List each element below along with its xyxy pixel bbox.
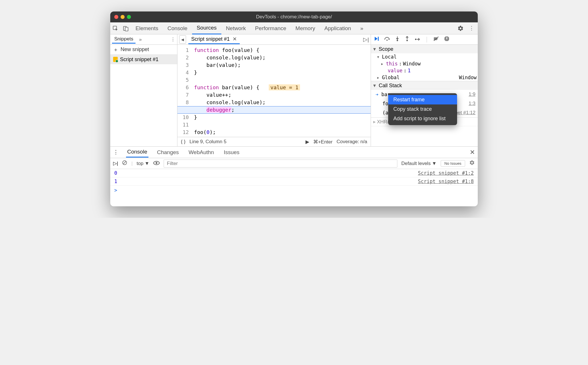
console-prompt[interactable]: > [110,186,478,195]
navigator-tab-snippets[interactable]: Snippets [112,35,136,44]
device-toolbar-icon[interactable] [123,26,129,31]
tab-network[interactable]: Network [221,22,251,34]
code-editor[interactable]: 12345678910111213 function foo(value) { … [177,45,371,137]
svg-point-7 [415,38,417,40]
svg-point-14 [156,162,157,164]
inline-value-hint: value = 1 [269,84,300,90]
debugger-toolbar [371,34,478,45]
inspect-element-icon[interactable] [113,26,118,31]
current-frame-icon: ➔ [376,92,378,97]
drawer-tab-console[interactable]: Console [126,147,148,158]
drawer-tab-webauthn[interactable]: WebAuthn [187,147,215,157]
window-title: DevTools - chrome://new-tab-page/ [110,14,478,20]
main-area: Snippets » ⋮ ＋ New snippet Script snippe… [110,34,478,146]
scope-value[interactable]: value: 1 [371,67,478,74]
context-selector[interactable]: top ▼ [137,161,149,166]
svg-point-5 [397,40,398,41]
snippet-item-label: Script snippet #1 [120,57,158,63]
log-levels-selector[interactable]: Default levels ▼ [401,161,437,166]
scope-this[interactable]: this: Window [371,60,478,67]
tab-memory[interactable]: Memory [291,22,320,34]
snippet-file-icon [113,57,118,62]
scope-global[interactable]: GlobalWindow [371,74,478,81]
context-menu: Restart frame Copy stack trace Add scrip… [388,93,457,125]
debugger-sidebar: Scope Local this: Window value: 1 Global… [371,34,478,146]
pretty-print-icon[interactable]: { } [181,139,185,145]
minimize-window-button[interactable] [121,15,125,19]
console-output: 0 Script snippet #1:2 1 Script snippet #… [110,169,478,206]
more-navigator-tabs-icon[interactable]: » [139,37,142,42]
pause-on-exceptions-icon[interactable] [444,36,449,43]
step-into-icon[interactable] [395,36,400,43]
drawer-tab-changes[interactable]: Changes [156,147,180,157]
line-gutter: 12345678910111213 [177,45,192,137]
coverage-label: Coverage: n/a [336,139,367,145]
maximize-window-button[interactable] [127,15,131,19]
cursor-position: Line 9, Column 5 [189,139,227,145]
step-over-icon[interactable] [384,36,390,43]
svg-point-4 [386,40,388,41]
svg-rect-3 [378,37,379,41]
tab-sources[interactable]: Sources [192,22,221,34]
plus-icon: ＋ [113,46,118,53]
editor-pane: ◂ Script snippet #1 ✕ ▷| 123456789101112… [177,34,371,146]
editor-tab[interactable]: Script snippet #1 ✕ [188,35,240,44]
scope-local[interactable]: Local [371,53,478,60]
scope-section: Scope Local this: Window value: 1 Global… [371,45,478,81]
console-settings-icon[interactable] [469,160,475,167]
main-tabbar: Elements Console Sources Network Perform… [110,22,478,34]
drawer: ⋮ Console Changes WebAuthn Issues ✕ ▷| |… [110,146,478,206]
console-toolbar: ▷| | top ▼ Default levels ▼ No Issues [110,158,478,169]
callstack-header[interactable]: Call Stack [371,81,478,90]
navigator-sidebar: Snippets » ⋮ ＋ New snippet Script snippe… [110,34,177,146]
navigator-tabs: Snippets » ⋮ [110,34,177,45]
traffic-lights [114,15,131,19]
drawer-tabbar: ⋮ Console Changes WebAuthn Issues ✕ [110,147,478,158]
ctx-restart-frame[interactable]: Restart frame [388,95,457,104]
main-tabs: Elements Console Sources Network Perform… [131,22,454,34]
run-shortcut-label: ⌘+Enter [313,139,333,145]
settings-icon[interactable] [457,25,464,32]
console-sidebar-toggle-icon[interactable]: ▷| [113,160,118,166]
clear-console-icon[interactable] [122,160,127,167]
run-shortcut-icon[interactable]: ▶ [305,139,309,145]
more-options-icon[interactable]: ⋮ [469,25,474,32]
scope-header[interactable]: Scope [371,45,478,53]
ctx-copy-stack-trace[interactable]: Copy stack trace [388,104,457,114]
message-source-link[interactable]: Script snippet #1:8 [418,178,474,184]
navigator-options-icon[interactable]: ⋮ [171,36,175,42]
console-message[interactable]: 1 Script snippet #1:8 [110,177,478,186]
svg-point-6 [407,40,408,41]
message-source-link[interactable]: Script snippet #1:2 [418,170,474,176]
close-drawer-icon[interactable]: ✕ [470,149,475,156]
run-snippet-icon[interactable]: ▷| [363,36,369,43]
more-tabs-icon[interactable]: » [356,22,368,34]
no-issues-button[interactable]: No Issues [441,160,465,167]
editor-statusbar: { } Line 9, Column 5 ▶ ⌘+Enter Coverage:… [177,137,371,146]
drawer-options-icon[interactable]: ⋮ [113,149,119,156]
tab-elements[interactable]: Elements [131,22,163,34]
deactivate-breakpoints-icon[interactable] [433,36,439,43]
navigator-toggle-icon[interactable]: ◂ [179,35,186,44]
svg-rect-2 [125,27,128,31]
tab-application[interactable]: Application [320,22,356,34]
close-tab-icon[interactable]: ✕ [233,36,237,42]
resume-icon[interactable] [374,36,379,43]
devtools-window: DevTools - chrome://new-tab-page/ Elemen… [110,11,478,206]
new-snippet-button[interactable]: ＋ New snippet [110,45,177,55]
close-window-button[interactable] [114,15,118,19]
new-snippet-label: New snippet [121,46,149,53]
snippet-item[interactable]: Script snippet #1 [110,55,177,64]
step-icon[interactable] [415,36,420,43]
console-filter-input[interactable] [164,160,397,168]
tab-performance[interactable]: Performance [250,22,291,34]
code-content[interactable]: function foo(value) { console.log(value)… [192,45,371,137]
ctx-add-ignore-list[interactable]: Add script to ignore list [388,114,457,123]
step-out-icon[interactable] [405,36,409,43]
console-message[interactable]: 0 Script snippet #1:2 [110,169,478,177]
editor-tabbar: ◂ Script snippet #1 ✕ ▷| [177,34,371,45]
titlebar: DevTools - chrome://new-tab-page/ [110,11,478,22]
drawer-tab-issues[interactable]: Issues [223,147,241,157]
live-expression-icon[interactable] [153,161,160,166]
tab-console[interactable]: Console [163,22,192,34]
